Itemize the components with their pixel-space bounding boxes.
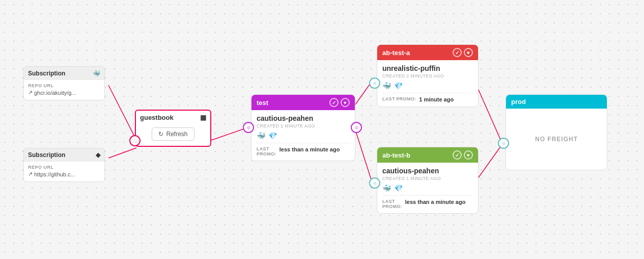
repo-url-value-bottom: ↗ https://github.c...: [28, 171, 100, 177]
ab-test-a-deployment-name: unrealistic-puffin: [382, 64, 473, 72]
test-env-title: test: [257, 99, 268, 107]
target-icon: ⊙: [247, 125, 250, 130]
subscription-card-top: Subscription 🐳 REPO URL ↗ ghcr.io/akuity…: [23, 66, 105, 100]
prod-title: prod: [511, 98, 526, 106]
test-env-card: test ✓ ♥ cautious-peahen CREATED 1 MINUT…: [251, 94, 355, 161]
helm-icon-b: 💎: [394, 184, 403, 192]
ab-test-b-left-dot: ⊙: [369, 177, 380, 189]
prod-header: prod: [506, 95, 607, 109]
test-check-icon: ✓: [329, 98, 339, 107]
ab-test-b-env-icons: 🐳 💎: [382, 184, 473, 192]
helm-icon-test: 💎: [268, 132, 277, 140]
ab-test-a-header-icons: ✓ ♥: [453, 48, 473, 57]
ab-test-b-created: CREATED 1 MINUTE AGO: [382, 176, 473, 181]
ab-test-b-promo-label: LASTPROMO:: [382, 199, 402, 209]
guestbook-left-dot: ◌: [129, 135, 141, 146]
ab-test-a-left-dot: ⊙: [369, 77, 380, 89]
target-icon-5: ⊙: [502, 141, 506, 146]
ab-test-b-check-icon: ✓: [453, 150, 462, 160]
test-left-dot: ⊙: [243, 122, 254, 133]
ab-test-b-card: ab-test-b ✓ ♥ cautious-peahen CREATED 1 …: [377, 147, 479, 214]
ab-test-a-card: ab-test-a ✓ ♥ unrealistic-puffin CREATED…: [377, 44, 479, 107]
guestbook-header: guestbook ▦: [136, 111, 210, 124]
subscription-header-top: Subscription 🐳: [24, 67, 104, 80]
ab-test-a-promo-value: LAST PROMO: 1 minute ago: [419, 96, 454, 102]
test-env-header-icons: ✓ ♥: [329, 98, 350, 107]
ab-test-b-promo-value: less than a minute ago: [405, 199, 466, 205]
repo-url-label-top: REPO URL: [28, 83, 100, 88]
ab-test-b-title: ab-test-b: [382, 151, 410, 159]
subscription-card-bottom: Subscription ◆ REPO URL ↗ https://github…: [23, 148, 105, 182]
ab-test-a-heart-icon: ♥: [464, 48, 473, 57]
test-right-dot: ⊙: [351, 122, 362, 133]
test-deployment-name: cautious-peahen: [257, 114, 350, 122]
ab-test-b-header-icons: ✓ ♥: [453, 150, 473, 160]
ab-test-b-deployment-name: cautious-peahen: [382, 167, 473, 175]
subscription-icon-bottom: ◆: [96, 151, 100, 159]
target-icon-2: ⊙: [355, 125, 358, 130]
eye-slash-icon: ◌: [133, 139, 137, 143]
guestbook-icon: ▦: [200, 114, 206, 121]
repo-url-value-top: ↗ ghcr.io/akuity/g...: [28, 89, 100, 96]
ab-test-a-promo-time: 1 minute: [419, 96, 442, 102]
subscription-header-bottom: Subscription ◆: [24, 148, 104, 162]
refresh-button[interactable]: ↻ Refresh: [152, 127, 194, 141]
target-icon-3: ⊙: [373, 81, 377, 86]
no-freight-label: NO FREIGHT: [535, 120, 578, 158]
test-promo-label: LASTPROMO:: [257, 146, 276, 157]
prod-card: prod NO FREIGHT: [506, 94, 607, 170]
ab-test-b-promo: LASTPROMO: less than a minute ago: [382, 195, 473, 209]
test-env-header: test ✓ ♥: [251, 95, 355, 110]
ab-test-a-promo: LAST PROMO: LAST PROMO: 1 minute ago: [382, 93, 473, 102]
ab-test-a-header: ab-test-a ✓ ♥: [377, 45, 478, 60]
repo-url-label-bottom: REPO URL: [28, 165, 100, 170]
ab-test-a-title: ab-test-a: [382, 49, 410, 57]
helm-icon-a: 💎: [394, 82, 403, 90]
test-promo-value: less than a minute ago: [279, 146, 340, 152]
ab-test-b-heart-icon: ♥: [464, 150, 473, 160]
subscription-icon-top: 🐳: [93, 70, 100, 77]
prod-left-dot: ⊙: [498, 138, 509, 149]
subscription-label-bottom: Subscription: [28, 151, 65, 159]
subscription-label-top: Subscription: [28, 70, 65, 77]
docker-icon-test: 🐳: [257, 132, 265, 140]
ab-test-a-promo-label: LAST PROMO:: [382, 96, 416, 101]
ab-test-b-header: ab-test-b ✓ ♥: [377, 147, 478, 163]
guestbook-title: guestbook: [140, 114, 174, 121]
test-created: CREATED 1 MINUTE AGO: [257, 123, 350, 128]
refresh-label: Refresh: [166, 131, 187, 138]
docker-icon-b: 🐳: [382, 184, 391, 192]
test-env-icons: 🐳 💎: [257, 132, 350, 140]
ab-test-a-env-icons: 🐳 💎: [382, 82, 473, 90]
guestbook-card: guestbook ▦ ↻ Refresh: [135, 110, 211, 147]
docker-icon-a: 🐳: [382, 82, 391, 90]
test-promo: LASTPROMO: less than a minute ago: [257, 143, 350, 157]
ab-test-a-check-icon: ✓: [453, 48, 462, 57]
refresh-icon: ↻: [158, 131, 163, 138]
ab-test-a-created: CREATED 2 MINUTES AGO: [382, 73, 473, 79]
target-icon-4: ⊙: [373, 181, 377, 186]
external-link-icon-bottom: ↗: [28, 171, 33, 177]
external-link-icon-top: ↗: [28, 89, 33, 96]
test-heart-icon: ♥: [341, 98, 350, 107]
